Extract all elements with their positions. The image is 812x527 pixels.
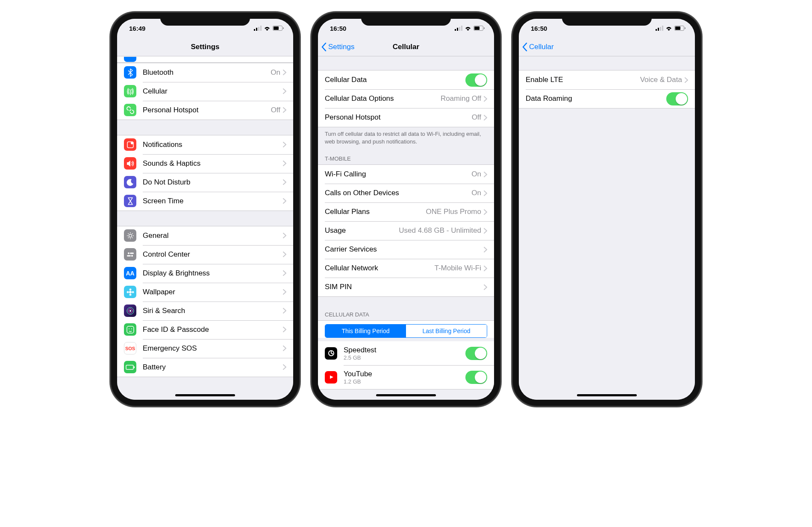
cellular-group-data-usage: CELLULAR DATA This Billing Period Last B… xyxy=(318,309,494,389)
settings-row[interactable]: Face ID & Passcode xyxy=(117,320,293,339)
settings-content[interactable]: BluetoothOnCellularPersonal HotspotOff N… xyxy=(117,56,293,400)
cell-row[interactable]: Cellular NetworkT-Mobile Wi-Fi xyxy=(318,259,494,278)
battery-icon xyxy=(474,26,485,31)
cellular-content[interactable]: Cellular DataCellular Data OptionsRoamin… xyxy=(318,56,494,400)
cell-row[interactable]: Cellular Data xyxy=(318,70,494,89)
settings-group-general: GeneralControl CenterAADisplay & Brightn… xyxy=(117,226,293,377)
row-detail: ONE Plus Promo xyxy=(426,208,481,216)
cellular-group-main: Cellular DataCellular Data OptionsRoamin… xyxy=(318,70,494,145)
back-button[interactable]: Cellular xyxy=(522,38,554,56)
row-label: Screen Time xyxy=(143,197,283,205)
bat-icon xyxy=(124,361,136,373)
settings-row[interactable]: Personal HotspotOff xyxy=(117,101,293,120)
status-icons xyxy=(656,26,685,31)
svg-rect-3 xyxy=(260,26,262,31)
settings-row[interactable]: Do Not Disturb xyxy=(117,173,293,192)
cellular-options-content[interactable]: Enable LTEVoice & DataData Roaming xyxy=(519,56,695,400)
toggle-switch[interactable] xyxy=(465,371,487,384)
settings-row[interactable]: Notifications xyxy=(117,135,293,154)
settings-row[interactable]: Control Center xyxy=(117,245,293,264)
bt-icon xyxy=(124,66,136,79)
settings-row[interactable]: Cellular xyxy=(117,82,293,101)
cell-row[interactable]: Personal HotspotOff xyxy=(318,108,494,127)
link-icon xyxy=(124,104,136,116)
notch xyxy=(562,13,652,26)
toggle-switch[interactable] xyxy=(666,92,688,105)
notch xyxy=(361,13,451,26)
chevron-right-icon xyxy=(283,198,286,204)
chevron-right-icon xyxy=(484,115,487,120)
row-label: Emergency SOS xyxy=(143,344,283,353)
home-indicator[interactable] xyxy=(577,394,637,396)
chevron-right-icon xyxy=(484,96,487,102)
row-detail: Off xyxy=(271,106,280,114)
screen-settings: 16:49 Settings BluetoothOnCellularPerson… xyxy=(117,19,293,400)
chevron-right-icon xyxy=(283,270,286,276)
settings-row[interactable]: Screen Time xyxy=(117,192,293,211)
ant-icon xyxy=(124,85,136,97)
nav-title: Cellular xyxy=(393,43,419,51)
toggle-switch[interactable] xyxy=(465,73,487,87)
home-indicator[interactable] xyxy=(376,394,436,396)
cell-row[interactable]: Enable LTEVoice & Data xyxy=(519,70,695,89)
status-icons xyxy=(455,26,485,31)
settings-row[interactable]: AADisplay & Brightness xyxy=(117,264,293,283)
row-detail: Off xyxy=(472,113,481,122)
settings-row[interactable]: BluetoothOn xyxy=(117,63,293,82)
chevron-left-icon xyxy=(321,43,327,51)
svg-point-18 xyxy=(132,291,134,293)
row-label: Cellular Plans xyxy=(325,208,426,216)
status-time: 16:49 xyxy=(129,25,145,32)
cell-row[interactable]: Cellular Data OptionsRoaming Off xyxy=(318,89,494,108)
svg-point-10 xyxy=(128,252,129,254)
row-label: Wallpaper xyxy=(143,288,283,296)
chevron-right-icon xyxy=(484,190,487,196)
back-label: Cellular xyxy=(529,43,554,51)
settings-row[interactable]: Wallpaper xyxy=(117,283,293,302)
cell-row[interactable]: Cellular PlansONE Plus Promo xyxy=(318,202,494,221)
phone-frame-2: 16:50 Settings Cellular Cellular DataCel… xyxy=(312,13,500,406)
svg-point-9 xyxy=(129,234,132,237)
cell-row[interactable]: Wi-Fi CallingOn xyxy=(318,165,494,184)
wifi-peek-icon xyxy=(124,57,136,62)
cell-row[interactable]: Data Roaming xyxy=(519,89,695,108)
cell-row[interactable]: SIM PIN xyxy=(318,278,494,296)
row-detail: T-Mobile Wi-Fi xyxy=(434,264,481,272)
row-label: Enable LTE xyxy=(526,76,640,84)
app-usage-row[interactable]: YouTube1.2 GB xyxy=(318,365,494,389)
app-usage-row[interactable]: Speedtest2.5 GB xyxy=(318,341,494,365)
settings-row[interactable]: SOSEmergency SOS xyxy=(117,339,293,358)
chevron-right-icon xyxy=(283,142,286,147)
segment-this-period[interactable]: This Billing Period xyxy=(325,325,406,337)
settings-row[interactable]: General xyxy=(117,226,293,245)
row-label: Carrier Services xyxy=(325,245,484,254)
home-indicator[interactable] xyxy=(175,394,235,396)
row-label: Wi-Fi Calling xyxy=(325,170,471,179)
chevron-right-icon xyxy=(685,77,688,83)
cell-row[interactable]: Carrier Services xyxy=(318,240,494,259)
svg-rect-27 xyxy=(455,29,456,31)
cell-row[interactable]: UsageUsed 4.68 GB - Unlimited xyxy=(318,221,494,240)
settings-row[interactable]: Battery xyxy=(117,358,293,377)
svg-rect-6 xyxy=(283,27,284,29)
svg-point-12 xyxy=(131,255,133,257)
billing-period-segmented[interactable]: This Billing Period Last Billing Period xyxy=(325,324,487,338)
row-detail: Used 4.68 GB - Unlimited xyxy=(399,226,481,235)
toggle-switch[interactable] xyxy=(465,347,487,360)
chevron-right-icon xyxy=(283,327,286,332)
settings-row-peek[interactable] xyxy=(117,56,293,62)
app-usage: 1.2 GB xyxy=(344,378,465,385)
back-button[interactable]: Settings xyxy=(321,38,354,56)
cellular-footer-text: Turn off cellular data to restrict all d… xyxy=(318,127,494,145)
segment-last-period[interactable]: Last Billing Period xyxy=(406,325,487,337)
cell-row[interactable]: Calls on Other DevicesOn xyxy=(318,184,494,202)
cc-icon xyxy=(124,248,136,261)
settings-row[interactable]: Sounds & Haptics xyxy=(117,154,293,173)
notch xyxy=(160,13,250,26)
chevron-right-icon xyxy=(484,266,487,271)
chevron-right-icon xyxy=(484,284,487,290)
svg-rect-29 xyxy=(459,27,460,31)
svg-rect-11 xyxy=(130,252,134,254)
chevron-right-icon xyxy=(484,247,487,252)
settings-row[interactable]: Siri & Search xyxy=(117,302,293,320)
